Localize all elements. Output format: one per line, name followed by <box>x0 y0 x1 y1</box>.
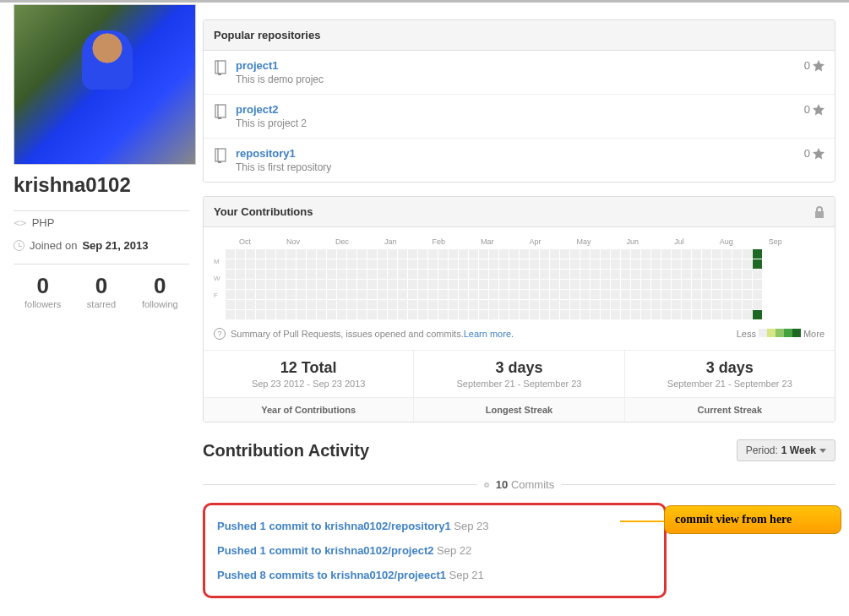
calendar-cell[interactable] <box>530 300 539 309</box>
calendar-cell[interactable] <box>418 310 427 319</box>
calendar-cell[interactable] <box>317 280 326 289</box>
calendar-cell[interactable] <box>337 310 346 319</box>
calendar-cell[interactable] <box>520 290 529 299</box>
calendar-cell[interactable] <box>286 310 296 319</box>
calendar-cell[interactable] <box>580 249 590 259</box>
calendar-cell[interactable] <box>631 280 640 289</box>
calendar-cell[interactable] <box>621 280 630 289</box>
calendar-cell[interactable] <box>722 300 732 309</box>
calendar-cell[interactable] <box>651 249 661 259</box>
calendar-cell[interactable] <box>732 259 742 269</box>
calendar-cell[interactable] <box>611 249 620 259</box>
calendar-cell[interactable] <box>317 290 326 299</box>
calendar-cell[interactable] <box>327 290 336 299</box>
stat-followers[interactable]: 0 followers <box>14 273 72 309</box>
calendar-cell[interactable] <box>378 259 387 269</box>
calendar-cell[interactable] <box>459 310 468 319</box>
calendar-cell[interactable] <box>753 310 762 319</box>
calendar-cell[interactable] <box>266 280 275 289</box>
calendar-cell[interactable] <box>327 270 336 279</box>
push-link[interactable]: Pushed 1 commit to krishna0102/project2 <box>217 544 433 557</box>
calendar-cell[interactable] <box>489 310 498 319</box>
calendar-cell[interactable] <box>449 259 458 269</box>
calendar-cell[interactable] <box>550 270 559 279</box>
calendar-cell[interactable] <box>367 270 377 279</box>
calendar-cell[interactable] <box>509 259 519 269</box>
calendar-cell[interactable] <box>438 259 448 269</box>
calendar-cell[interactable] <box>236 259 245 269</box>
calendar-cell[interactable] <box>743 249 752 259</box>
calendar-cell[interactable] <box>651 300 661 309</box>
calendar-cell[interactable] <box>357 249 367 259</box>
calendar-cell[interactable] <box>357 259 367 269</box>
calendar-cell[interactable] <box>418 280 427 289</box>
calendar-cell[interactable] <box>580 300 590 309</box>
calendar-cell[interactable] <box>580 270 590 279</box>
calendar-cell[interactable] <box>428 280 438 289</box>
calendar-cell[interactable] <box>438 300 448 309</box>
calendar-cell[interactable] <box>702 280 711 289</box>
calendar-cell[interactable] <box>327 310 336 319</box>
calendar-cell[interactable] <box>621 270 630 279</box>
calendar-cell[interactable] <box>388 290 397 299</box>
calendar-cell[interactable] <box>469 249 478 259</box>
calendar-cell[interactable] <box>357 270 367 279</box>
calendar-cell[interactable] <box>408 249 417 259</box>
calendar-cell[interactable] <box>732 310 742 319</box>
calendar-cell[interactable] <box>337 290 346 299</box>
calendar-cell[interactable] <box>337 280 346 289</box>
calendar-cell[interactable] <box>307 270 316 279</box>
calendar-cell[interactable] <box>530 290 539 299</box>
calendar-cell[interactable] <box>256 290 265 299</box>
calendar-cell[interactable] <box>611 300 620 309</box>
calendar-cell[interactable] <box>530 310 539 319</box>
calendar-cell[interactable] <box>479 290 488 299</box>
calendar-cell[interactable] <box>297 310 306 319</box>
calendar-cell[interactable] <box>661 280 671 289</box>
stat-starred[interactable]: 0 starred <box>72 273 130 309</box>
calendar-cell[interactable] <box>712 290 721 299</box>
repo-item[interactable]: repository1 This is first repository 0 <box>204 139 835 182</box>
calendar-cell[interactable] <box>743 310 752 319</box>
calendar-cell[interactable] <box>226 270 235 279</box>
push-item[interactable]: Pushed 1 commit to krishna0102/repositor… <box>217 514 652 538</box>
calendar-cell[interactable] <box>276 270 286 279</box>
calendar-cell[interactable] <box>550 280 559 289</box>
calendar-cell[interactable] <box>499 310 509 319</box>
repo-name[interactable]: repository1 <box>236 147 331 160</box>
calendar-cell[interactable] <box>266 249 275 259</box>
calendar-cell[interactable] <box>611 310 620 319</box>
calendar-cell[interactable] <box>611 259 620 269</box>
calendar-cell[interactable] <box>347 310 356 319</box>
push-item[interactable]: Pushed 8 commits to krishna0102/projeect… <box>217 563 652 587</box>
calendar-cell[interactable] <box>307 259 316 269</box>
calendar-cell[interactable] <box>347 290 356 299</box>
calendar-cell[interactable] <box>601 249 610 259</box>
calendar-cell[interactable] <box>651 290 661 299</box>
calendar-cell[interactable] <box>347 249 356 259</box>
calendar-cell[interactable] <box>347 259 356 269</box>
calendar-cell[interactable] <box>388 249 397 259</box>
calendar-cell[interactable] <box>753 270 762 279</box>
calendar-cell[interactable] <box>266 259 275 269</box>
calendar-cell[interactable] <box>357 290 367 299</box>
calendar-cell[interactable] <box>317 249 326 259</box>
calendar-cell[interactable] <box>327 300 336 309</box>
calendar-cell[interactable] <box>367 259 377 269</box>
calendar-cell[interactable] <box>672 280 681 289</box>
calendar-cell[interactable] <box>631 290 640 299</box>
calendar-cell[interactable] <box>479 310 488 319</box>
calendar-cell[interactable] <box>570 310 580 319</box>
calendar-cell[interactable] <box>449 280 458 289</box>
calendar-cell[interactable] <box>753 259 762 269</box>
calendar-cell[interactable] <box>672 300 681 309</box>
calendar-cell[interactable] <box>398 280 407 289</box>
calendar-cell[interactable] <box>226 310 235 319</box>
calendar-cell[interactable] <box>327 259 336 269</box>
repo-stars[interactable]: 0 <box>804 59 825 72</box>
calendar-cell[interactable] <box>530 270 539 279</box>
calendar-cell[interactable] <box>297 290 306 299</box>
calendar-cell[interactable] <box>509 310 519 319</box>
calendar-cell[interactable] <box>236 280 245 289</box>
calendar-cell[interactable] <box>226 290 235 299</box>
